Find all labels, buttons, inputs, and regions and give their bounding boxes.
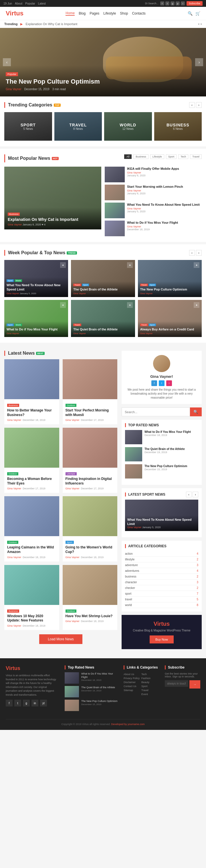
author-twitter[interactable]: t bbox=[159, 380, 164, 386]
subscribe-button[interactable]: Subscribe bbox=[186, 1, 203, 6]
news-card-1[interactable]: Business How to Better Manage Your Busin… bbox=[4, 359, 59, 424]
week-card-action-6[interactable]: ✦ bbox=[194, 302, 200, 308]
week-card-6[interactable]: Travel Sport Always Buy Airfare on a Cre… bbox=[138, 300, 202, 337]
footer-link-disclaimer[interactable]: Disclaimer bbox=[124, 680, 141, 684]
trending-text[interactable]: Explanation On Why Cat is Important bbox=[25, 22, 77, 26]
week-card-5[interactable]: Travel The Quiet Brain of the Athlete Gi… bbox=[71, 300, 135, 337]
news-card-4[interactable]: Lifestyle Finding Inspiration in Digital… bbox=[63, 428, 118, 493]
filter-tech[interactable]: Tech bbox=[178, 154, 188, 159]
rated-item-3[interactable]: The New Pop Culture Optimism December 15… bbox=[125, 464, 198, 478]
buy-now-button[interactable]: Buy Now bbox=[150, 636, 174, 644]
footer-credit-link[interactable]: Developed by yourname.com bbox=[111, 723, 145, 725]
author-instagram[interactable]: i bbox=[166, 380, 172, 386]
hero-next-btn[interactable]: › bbox=[195, 58, 203, 66]
trending-prev[interactable]: ‹ bbox=[198, 22, 200, 26]
footer-link-tech[interactable]: Tech bbox=[141, 672, 159, 676]
nav-shop[interactable]: Shop bbox=[120, 11, 128, 16]
popular-list-item-3[interactable]: What You Need To Know About New Speed Li… bbox=[105, 203, 202, 218]
week-card-action-3[interactable]: ✦ bbox=[194, 262, 200, 268]
footer-link-sitemap[interactable]: Sitemap bbox=[124, 688, 141, 692]
sport-prev-arrow[interactable]: ‹ bbox=[186, 492, 192, 497]
footer-rated-item-3[interactable]: The New Pop Culture Optimism December 15… bbox=[65, 700, 118, 711]
sport-next-arrow[interactable]: › bbox=[192, 492, 198, 497]
category-next-arrow[interactable]: › bbox=[196, 102, 202, 108]
filter-lifestyle[interactable]: Lifestyle bbox=[150, 154, 164, 159]
week-card-action-2[interactable]: ✦ bbox=[127, 262, 133, 268]
cat-travel[interactable]: travel5 bbox=[125, 597, 198, 602]
author-facebook[interactable]: f bbox=[151, 380, 157, 386]
pinterest-icon[interactable]: p bbox=[176, 1, 180, 5]
week-prev-arrow[interactable]: ‹ bbox=[189, 250, 195, 256]
footer-link-about[interactable]: About Us bbox=[124, 672, 141, 676]
search-button[interactable]: 🔍 bbox=[190, 407, 202, 416]
rated-item-1[interactable]: What to Do if You Miss Your Flight Decem… bbox=[125, 430, 198, 444]
filter-travel[interactable]: Travel bbox=[190, 154, 202, 159]
category-business[interactable]: Business 6 News bbox=[154, 112, 202, 141]
news-card-7[interactable]: Business Windows 10 May 2020 Update: New… bbox=[4, 565, 59, 630]
top-bar-latest[interactable]: Latest bbox=[38, 2, 46, 5]
popular-list-item-4[interactable]: What to Do if You Miss Your Flight Gina … bbox=[105, 221, 202, 236]
rated-item-2[interactable]: The Quiet Brain of the Athlete December … bbox=[125, 447, 198, 461]
category-world[interactable]: World 12 News bbox=[104, 112, 152, 141]
popular-main-article[interactable]: Business Explanation On Why Cat is Impor… bbox=[4, 167, 101, 229]
footer-facebook[interactable]: f bbox=[6, 700, 12, 707]
week-card-1[interactable]: Sport World What You Need To Know About … bbox=[4, 260, 68, 297]
news-card-5[interactable]: Outdoor Leaping Caimans in the Wild Amaz… bbox=[4, 496, 59, 561]
top-bar-popular[interactable]: Popular bbox=[25, 2, 35, 5]
cat-adventure[interactable]: adventure3 bbox=[125, 562, 198, 568]
cat-sport[interactable]: sport7 bbox=[125, 591, 198, 597]
nav-home[interactable]: Home bbox=[66, 11, 75, 16]
cart-icon[interactable]: 🛒 bbox=[196, 11, 200, 16]
cat-world[interactable]: world8 bbox=[125, 602, 198, 608]
cat-character[interactable]: character3 bbox=[125, 580, 198, 585]
footer-linkedin[interactable]: in bbox=[31, 700, 38, 707]
footer-link-contact[interactable]: Contact Us bbox=[124, 684, 141, 688]
week-card-action-4[interactable]: ✦ bbox=[60, 302, 66, 308]
footer-link-travel[interactable]: Travel bbox=[141, 688, 159, 692]
news-card-8[interactable]: Outdoor Have You Met Shrimp Louie? Gina … bbox=[63, 565, 118, 630]
facebook-icon[interactable]: f bbox=[160, 1, 164, 5]
footer-subscribe-input[interactable] bbox=[165, 680, 188, 687]
news-card-2[interactable]: Outdoor Start Your Perfect Morning with … bbox=[63, 359, 118, 424]
nav-blog[interactable]: Blog bbox=[79, 11, 85, 16]
footer-link-event[interactable]: Event bbox=[141, 692, 159, 696]
week-next-arrow[interactable]: › bbox=[196, 250, 202, 256]
footer-subscribe-button[interactable]: → bbox=[189, 680, 200, 688]
footer-link-beauty[interactable]: Beauty bbox=[141, 680, 159, 684]
nav-lifestyle[interactable]: Lifestyle bbox=[103, 11, 116, 16]
footer-link-privacy[interactable]: Privacy Policy bbox=[124, 676, 141, 680]
week-card-3[interactable]: Travel Sport The New Pop Culture Optimis… bbox=[138, 260, 202, 297]
news-card-3[interactable]: Outdoor Becoming a Woman Before Their Ey… bbox=[4, 428, 59, 493]
footer-twitter[interactable]: t bbox=[14, 700, 21, 707]
twitter-icon[interactable]: t bbox=[165, 1, 170, 5]
footer-rated-item-2[interactable]: The Quiet Brain of the Athlete December … bbox=[65, 686, 118, 698]
footer-google[interactable]: g bbox=[23, 700, 30, 707]
google-icon[interactable]: g bbox=[171, 1, 175, 5]
category-prev-arrow[interactable]: ‹ bbox=[189, 102, 195, 108]
cat-adventures[interactable]: adventures4 bbox=[125, 568, 198, 574]
search-input[interactable] bbox=[122, 407, 190, 416]
week-card-4[interactable]: Sport World What to Do if You Miss Your … bbox=[4, 300, 68, 337]
category-travel[interactable]: Travel 8 News bbox=[54, 112, 102, 141]
filter-sport[interactable]: Sport bbox=[166, 154, 177, 159]
week-card-action-1[interactable]: ✦ bbox=[60, 262, 66, 268]
cat-action[interactable]: action4 bbox=[125, 551, 198, 557]
footer-link-fashion[interactable]: Fashion bbox=[141, 676, 159, 680]
load-more-button[interactable]: Load More News bbox=[39, 634, 82, 644]
top-bar-about[interactable]: About bbox=[15, 2, 22, 5]
footer-rated-item-1[interactable]: What to Do if You Miss Your Flight Decem… bbox=[65, 672, 118, 684]
nav-pages[interactable]: Pages bbox=[89, 11, 99, 16]
hero-prev-btn[interactable]: ‹ bbox=[3, 58, 11, 66]
nav-contacts[interactable]: Contacts bbox=[132, 11, 145, 16]
popular-list-item-2[interactable]: Start Your Morning with Lemon Pinch Gina… bbox=[105, 185, 202, 200]
sport-news-item[interactable]: What You Need To Know About New Speed Li… bbox=[125, 500, 198, 531]
popular-list-item-1[interactable]: IKEA will Finally Offer Mobile Apps Gina… bbox=[105, 167, 202, 182]
news-card-6[interactable]: Sport Going to the Women's World Cup? Gi… bbox=[63, 496, 118, 561]
category-sport[interactable]: Sport 5 News bbox=[4, 112, 52, 141]
logo[interactable]: Virtus bbox=[6, 10, 23, 17]
filter-business[interactable]: Business bbox=[133, 154, 149, 159]
cat-lifestyle[interactable]: lifestyle2 bbox=[125, 557, 198, 562]
footer-link-sport[interactable]: Sport bbox=[141, 684, 159, 688]
cat-checker[interactable]: checker2 bbox=[125, 585, 198, 591]
filter-all[interactable]: All bbox=[124, 154, 132, 159]
